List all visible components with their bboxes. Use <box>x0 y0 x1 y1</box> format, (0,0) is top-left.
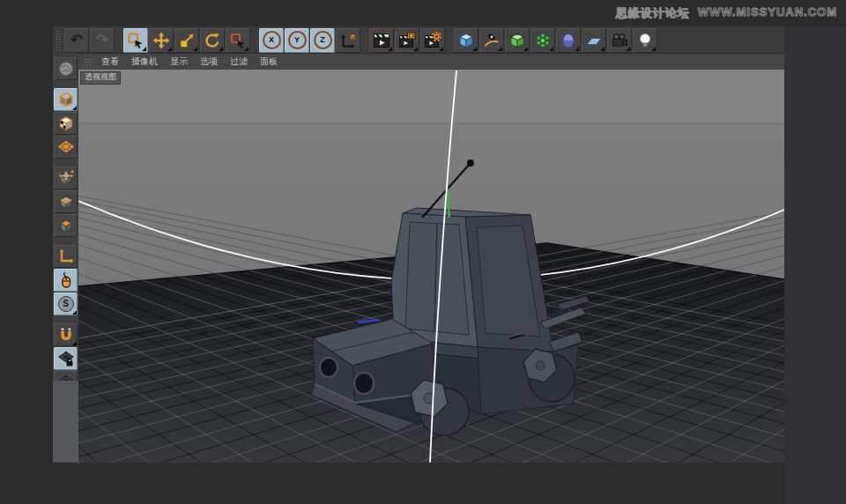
lock-y-axis-button[interactable]: Y <box>285 28 309 53</box>
coordinate-system-button[interactable] <box>336 28 360 53</box>
undo-icon: ↶ <box>70 33 83 48</box>
tweak-mode-button[interactable] <box>54 269 78 292</box>
workplane-mode-icon <box>57 138 75 156</box>
axis-mode-button[interactable] <box>54 245 78 268</box>
lock-z-icon: Z <box>314 31 332 49</box>
add-camera-icon <box>611 32 628 49</box>
add-spline-button[interactable] <box>479 28 504 53</box>
scale-tool-button[interactable] <box>174 28 199 53</box>
make-editable-icon <box>57 60 75 78</box>
add-light-icon <box>636 32 654 49</box>
snap-icon: S <box>58 296 74 312</box>
move-icon <box>152 32 170 49</box>
car-headlight-right <box>354 373 374 394</box>
scale-icon <box>178 32 196 49</box>
points-mode-icon <box>57 169 75 187</box>
last-selection-tool-button[interactable] <box>226 28 250 53</box>
magnet-button[interactable] <box>54 323 78 346</box>
sidebar-extension <box>53 381 78 463</box>
viewport-menubar: 查看 摄像机 显示 选项 过滤 面板 <box>78 53 784 70</box>
texture-mode-button[interactable] <box>54 112 78 135</box>
snap-button[interactable]: S <box>54 293 78 315</box>
texture-mode-icon <box>57 115 75 132</box>
car-antenna-tip <box>467 159 474 167</box>
redo-icon: ↷ <box>96 33 108 48</box>
watermark-site-name: 思缘设计论坛 <box>616 5 690 21</box>
model-mode-icon <box>57 91 75 108</box>
lock-y-icon: Y <box>288 31 307 49</box>
selection-dropdown-icon <box>229 32 247 49</box>
render-view-icon <box>373 32 390 49</box>
sky <box>78 70 784 123</box>
bottom-margin-panel <box>53 463 784 504</box>
menu-panel[interactable]: 面板 <box>254 56 284 68</box>
polygons-mode-icon <box>57 217 75 234</box>
menu-view[interactable]: 查看 <box>95 56 125 68</box>
add-environment-icon <box>560 32 577 49</box>
scene-canvas <box>78 70 784 463</box>
add-subdivision-icon <box>508 32 526 49</box>
menu-options[interactable]: 选项 <box>194 56 224 68</box>
menu-display[interactable]: 显示 <box>164 56 194 68</box>
toolbar-drag-handle[interactable] <box>56 30 61 51</box>
render-region-button[interactable] <box>395 28 419 53</box>
live-selection-icon <box>127 32 145 49</box>
render-region-icon <box>398 32 416 49</box>
redo-button[interactable]: ↷ <box>90 28 115 53</box>
make-editable-button[interactable] <box>54 57 78 80</box>
render-settings-button[interactable] <box>420 28 445 53</box>
main-toolbar: ↶ ↷ <box>53 26 784 54</box>
rotate-icon <box>204 32 221 49</box>
magnet-icon <box>57 326 75 344</box>
rotate-tool-button[interactable] <box>200 28 225 53</box>
add-cube-button[interactable] <box>454 28 479 53</box>
edges-mode-icon <box>57 193 75 211</box>
add-light-button[interactable] <box>633 28 657 53</box>
watermark-site-url: WWW.MISSYUAN.COM <box>698 5 837 21</box>
mode-sidebar: S <box>53 53 78 381</box>
workplane-mode-button[interactable] <box>54 136 78 159</box>
workplane-lock-button[interactable] <box>54 347 78 370</box>
add-floor-button[interactable] <box>582 28 606 53</box>
workplane-lock-icon <box>57 350 75 367</box>
car-rear-wheel-cap <box>536 361 545 370</box>
model-mode-button[interactable] <box>54 88 78 111</box>
undo-button[interactable]: ↶ <box>64 28 89 53</box>
live-selection-button[interactable] <box>123 28 148 53</box>
menu-filter[interactable]: 过滤 <box>224 56 254 68</box>
lock-z-axis-button[interactable]: Z <box>310 28 335 53</box>
tweak-mouse-icon <box>57 271 75 289</box>
add-array-button[interactable] <box>531 28 555 53</box>
add-subdivision-button[interactable] <box>505 28 530 53</box>
add-environment-button[interactable] <box>556 28 581 53</box>
move-tool-button[interactable] <box>149 28 174 53</box>
right-margin-panel <box>784 26 846 504</box>
points-mode-button[interactable] <box>54 167 78 189</box>
polygons-mode-button[interactable] <box>54 214 78 237</box>
render-settings-icon <box>424 32 442 49</box>
axis-mode-icon <box>57 248 75 265</box>
viewport-label: 透视视图 <box>80 71 121 85</box>
add-cube-icon <box>457 32 475 49</box>
watermark: 思缘设计论坛 WWW.MISSYUAN.COM <box>616 5 837 21</box>
add-camera-button[interactable] <box>607 28 632 53</box>
edges-mode-button[interactable] <box>54 190 78 213</box>
menubar-drag-handle[interactable] <box>84 58 92 66</box>
add-array-icon <box>534 32 552 49</box>
render-view-button[interactable] <box>369 28 394 53</box>
lock-x-axis-button[interactable]: X <box>259 28 284 53</box>
add-spline-icon <box>483 32 501 49</box>
add-floor-icon <box>585 32 603 49</box>
application-window: 思缘设计论坛 WWW.MISSYUAN.COM ↶ ↷ <box>0 0 846 504</box>
menu-cameras[interactable]: 摄像机 <box>125 56 164 68</box>
car-headlight-left <box>320 358 338 377</box>
coordinate-system-icon <box>339 32 357 49</box>
lock-x-icon: X <box>263 31 281 49</box>
viewport-3d[interactable]: 透视视图 <box>78 70 784 463</box>
